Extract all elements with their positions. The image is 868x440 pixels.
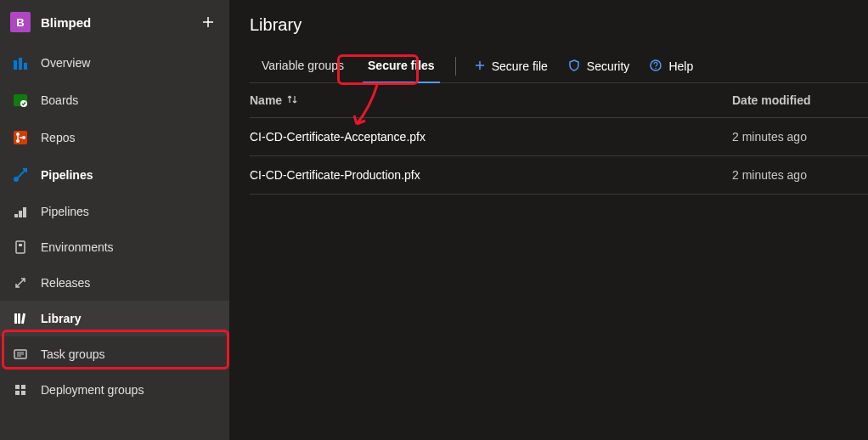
sidebar-sub-label: Library — [41, 312, 81, 325]
sidebar-sub-label: Pipelines — [41, 205, 89, 218]
overview-icon — [12, 54, 29, 71]
sidebar-sub-items: Pipelines Environments Releases Library … — [0, 194, 229, 408]
sidebar: B Blimped Overview Boards Repos Pipeline… — [0, 0, 229, 440]
svg-rect-11 — [19, 211, 22, 217]
sidebar-sub-releases[interactable]: Releases — [0, 265, 229, 301]
column-header-date[interactable]: Date modified — [732, 93, 868, 107]
boards-icon — [12, 92, 29, 109]
toolbar: Variable groups Secure files Secure file… — [250, 50, 868, 83]
sidebar-item-label: Repos — [41, 131, 75, 144]
sidebar-item-label: Boards — [41, 93, 78, 107]
action-security[interactable]: Security — [558, 53, 640, 81]
sidebar-sub-label: Releases — [41, 276, 90, 290]
column-header-name[interactable]: Name — [250, 93, 732, 107]
sidebar-item-label: Pipelines — [41, 168, 93, 182]
svg-rect-14 — [19, 244, 22, 246]
main-content: Library Variable groups Secure files Sec… — [229, 0, 868, 440]
table-header: Name Date modified — [250, 83, 868, 118]
task-groups-icon — [12, 346, 29, 363]
add-button[interactable] — [200, 14, 216, 30]
plus-icon — [202, 16, 214, 28]
sidebar-item-label: Overview — [41, 56, 90, 70]
svg-point-6 — [16, 133, 20, 136]
svg-rect-13 — [16, 241, 25, 253]
plus-icon — [475, 59, 485, 73]
shield-icon — [568, 59, 580, 74]
pipelines-icon — [12, 166, 29, 183]
action-secure-file[interactable]: Secure file — [465, 53, 558, 80]
cell-name: CI-CD-Certificate-Production.pfx — [250, 168, 732, 182]
svg-point-9 — [14, 177, 19, 182]
sidebar-item-boards[interactable]: Boards — [0, 82, 229, 119]
sidebar-sub-label: Deployment groups — [41, 383, 144, 397]
toolbar-divider — [455, 57, 456, 76]
cell-date: 2 minutes ago — [732, 168, 868, 182]
tab-secure-files[interactable]: Secure files — [356, 50, 447, 82]
pipelines-sub-icon — [12, 203, 29, 220]
cell-date: 2 minutes ago — [732, 130, 868, 144]
action-label: Help — [668, 59, 693, 73]
svg-point-24 — [656, 67, 657, 68]
svg-rect-22 — [21, 391, 25, 395]
svg-rect-20 — [21, 385, 25, 389]
svg-rect-21 — [15, 391, 20, 395]
svg-rect-0 — [14, 60, 17, 70]
svg-rect-16 — [18, 313, 20, 324]
sidebar-item-repos[interactable]: Repos — [0, 119, 229, 156]
sidebar-sub-label: Environments — [41, 240, 114, 254]
svg-rect-15 — [14, 313, 17, 324]
cell-name: CI-CD-Certificate-Acceptance.pfx — [250, 130, 732, 144]
sidebar-sub-deployment-groups[interactable]: Deployment groups — [0, 372, 229, 408]
sidebar-sub-library[interactable]: Library — [0, 301, 229, 336]
sidebar-sub-pipelines[interactable]: Pipelines — [0, 194, 229, 229]
project-badge: B — [10, 12, 31, 32]
svg-rect-1 — [19, 58, 22, 70]
svg-point-7 — [16, 139, 20, 143]
action-label: Security — [587, 59, 630, 73]
table-row[interactable]: CI-CD-Certificate-Acceptance.pfx 2 minut… — [250, 118, 868, 156]
sidebar-item-pipelines[interactable]: Pipelines — [0, 156, 229, 194]
project-name: Blimped — [41, 15, 190, 30]
sort-icon — [287, 93, 297, 107]
project-header: B Blimped — [0, 0, 229, 44]
sidebar-item-overview[interactable]: Overview — [0, 44, 229, 82]
table-row[interactable]: CI-CD-Certificate-Production.pfx 2 minut… — [250, 156, 868, 195]
deployment-groups-icon — [12, 381, 29, 398]
repos-icon — [12, 129, 29, 146]
tab-variable-groups[interactable]: Variable groups — [250, 50, 356, 82]
environments-icon — [12, 239, 29, 256]
column-header-name-label: Name — [250, 93, 282, 107]
svg-rect-12 — [23, 207, 26, 217]
svg-rect-10 — [14, 214, 18, 217]
action-label: Secure file — [492, 59, 548, 73]
sidebar-sub-environments[interactable]: Environments — [0, 229, 229, 265]
help-icon — [650, 59, 662, 74]
svg-point-8 — [22, 136, 25, 139]
releases-icon — [12, 274, 29, 291]
sidebar-sub-label: Task groups — [41, 347, 104, 361]
page-title: Library — [250, 15, 868, 35]
svg-rect-17 — [21, 313, 25, 324]
sidebar-sub-task-groups[interactable]: Task groups — [0, 336, 229, 372]
svg-rect-19 — [15, 385, 20, 389]
library-icon — [12, 310, 29, 327]
svg-rect-2 — [24, 63, 27, 70]
action-help[interactable]: Help — [640, 53, 703, 81]
